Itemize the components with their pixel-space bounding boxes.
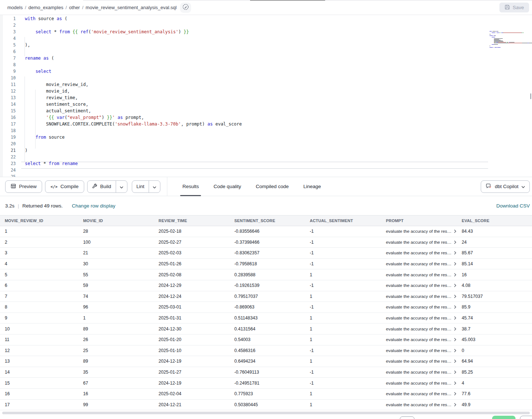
expand-cell-chevron-icon[interactable] [454,273,457,277]
prompt-cell: evaluate the accuracy of the res… [381,337,457,342]
editor-vertical-scrollbar[interactable] [530,93,531,99]
prompt-cell: evaluate the accuracy of the res… [381,240,457,245]
expand-cell-chevron-icon[interactable] [454,251,457,255]
expand-cell-chevron-icon[interactable] [454,295,457,298]
expand-cell-chevron-icon[interactable] [454,349,457,352]
column-header-review_time: REVIEW_TIME [154,218,230,223]
table-cell: 96 [78,304,154,310]
expand-cell-chevron-icon[interactable] [454,262,457,266]
change-row-display-link[interactable]: Change row display [72,203,115,209]
dbt-copilot-button[interactable]: dbt Copilot [481,180,530,193]
save-floppy-icon [505,4,510,11]
minimap[interactable] [490,31,530,49]
code-line [25,154,487,160]
bottom-status-pill[interactable] [492,416,516,419]
table-cell: -0.76049113 [230,370,305,375]
table-cell: 4 [457,381,532,386]
table-cell: 2025-02-27 [154,240,230,245]
table-cell: 0.775923 [230,391,305,396]
table-cell: 59 [78,283,154,288]
table-cell: 1 [78,315,154,321]
expand-cell-chevron-icon[interactable] [454,403,457,407]
prompt-preview-text: evaluate the accuracy of the res… [386,250,451,255]
edit-mode-toggle-button[interactable] [180,3,191,13]
table-cell: 16 [0,391,78,396]
editor-toolbar: Preview </> Compile Build [0,177,532,196]
prompt-preview-text: evaluate the accuracy of the res… [386,304,451,310]
code-content: with source as ( select * from {{ ref('m… [25,15,487,177]
table-cell: 0.79517037 [230,294,305,299]
table-cell: 0.6494234 [230,359,305,364]
expand-cell-chevron-icon[interactable] [454,370,457,374]
breadcrumb-segment[interactable]: models [7,5,23,10]
prompt-preview-text: evaluate the accuracy of the res… [386,229,451,234]
line-number: 2 [0,22,21,29]
table-cell: 2024-12-29 [154,283,230,288]
prompt-preview-text: evaluate the accuracy of the res… [386,283,451,288]
table-body: 1282025-02-18-0.83556646-1evaluate the a… [0,226,532,410]
code-line: ) [25,147,487,154]
table-cell: 30 [78,261,154,266]
code-line: select * from rename [25,160,487,167]
prompt-preview-text: evaluate the accuracy of the res… [386,370,451,375]
table-cell: 1 [305,402,381,407]
lint-button[interactable]: Lint [132,181,149,192]
download-csv-link[interactable]: Download CSV [496,203,530,209]
prompt-cell: evaluate the accuracy of the res… [381,315,457,321]
expand-cell-chevron-icon[interactable] [454,381,457,385]
bottom-cutoff-button[interactable] [400,416,414,419]
table-cell: -1 [305,381,381,386]
table-row: 6592024-12-29-0.19261539-1evaluate the a… [0,280,532,291]
code-line [25,75,487,81]
table-cell: 2025-02-03 [154,250,230,255]
build-button[interactable]: Build [88,181,116,192]
expand-cell-chevron-icon[interactable] [454,316,457,320]
prompt-preview-text: evaluate the accuracy of the res… [386,315,451,321]
table-cell: 6 [0,283,78,288]
table-cell: 0.4131564 [230,326,305,332]
column-header-prompt: PROMPT [381,218,457,223]
tab-lineage[interactable]: Lineage [302,177,322,196]
results-meta-bar: 3.2s | Returned 49 rows. Change row disp… [0,197,532,215]
build-dropdown-button[interactable] [116,181,127,192]
minimap-line [490,35,530,35]
lint-dropdown-button[interactable] [149,181,160,192]
table-cell: 38.7 [457,326,532,332]
column-header-sentiment_score: SENTIMENT_SCORE [230,218,305,223]
tab-compiled-code[interactable]: Compiled code [254,177,290,196]
line-number: 23 [0,160,21,167]
table-cell: 1 [305,315,381,321]
table-cell: 2025-02-18 [154,229,230,234]
prompt-cell: evaluate the accuracy of the res… [381,326,457,332]
table-cell: -0.7958618 [230,261,305,266]
expand-cell-chevron-icon[interactable] [454,284,457,287]
preview-button[interactable]: Preview [5,180,42,193]
tab-results[interactable]: Results [181,177,200,196]
line-number: 16 [0,114,21,121]
table-cell: 89 [78,326,154,332]
expand-cell-chevron-icon[interactable] [454,392,457,396]
code-line: review_time, [25,94,487,101]
compile-button[interactable]: </> Compile [45,180,84,193]
expand-cell-chevron-icon[interactable] [454,327,457,331]
code-line [25,48,487,55]
table-cell: 2025-01-31 [154,315,230,321]
table-cell: 2025-02-08 [154,272,230,277]
breadcrumb-segment[interactable]: demo_examples [29,5,63,10]
table-cell: 2024-12-24 [154,294,230,299]
line-number: 25 [0,173,21,177]
expand-cell-chevron-icon[interactable] [454,338,457,341]
prompt-cell: evaluate the accuracy of the res… [381,304,457,310]
bottom-cutoff-button[interactable] [520,416,532,419]
expand-cell-chevron-icon[interactable] [454,359,457,363]
breadcrumb-segment[interactable]: other [69,5,80,10]
save-button-label: Save [513,5,524,10]
code-editor[interactable]: 1234567891011121314151617181920212223242… [0,15,532,177]
tab-code-quality[interactable]: Code quality [212,177,242,196]
table-cell: 3 [0,250,78,255]
save-button[interactable]: Save [499,3,529,12]
expand-cell-chevron-icon[interactable] [454,305,457,309]
horizontal-scrollbar[interactable] [2,412,530,414]
expand-cell-chevron-icon[interactable] [454,229,457,233]
expand-cell-chevron-icon[interactable] [454,240,457,244]
